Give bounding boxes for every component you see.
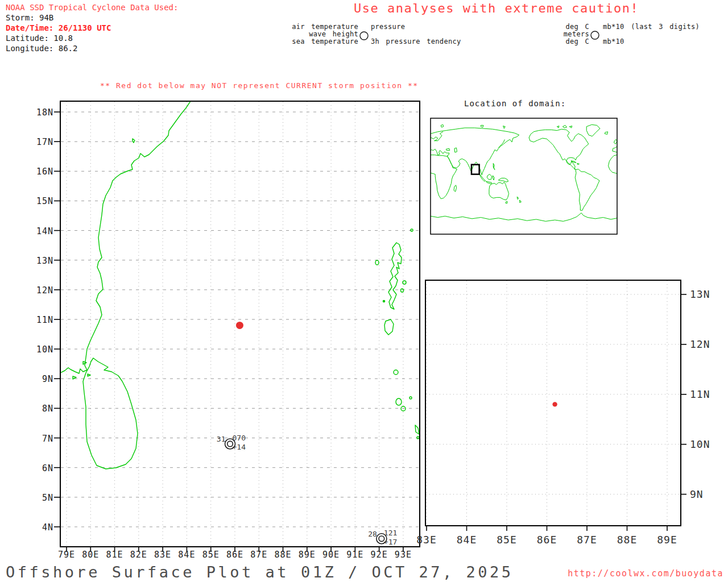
world-inset-map: [431, 124, 617, 221]
java: [486, 181, 491, 184]
main-map-lat-label: 18N: [31, 107, 53, 118]
islet: [401, 289, 404, 292]
storm-position-note: ** Red dot below may NOT represent CURRE…: [100, 81, 419, 90]
datetime-line: Date/Time: 26/1130 UTC: [6, 23, 111, 33]
zoom-map-lon-label: 89E: [652, 534, 682, 546]
andaman-islands: [388, 243, 402, 309]
black-sea: [446, 148, 449, 150]
main-map-lon-label: 86E: [223, 550, 247, 560]
units-pressure: mb*10 (last 3 digits): [603, 23, 700, 31]
station-plots: [225, 439, 387, 544]
nicobar-island: [396, 398, 402, 405]
main-map-lon-label: 87E: [247, 550, 271, 560]
coast-islet: [133, 139, 135, 143]
zoom-map-lon-label: 83E: [411, 534, 442, 546]
source-url: http://coolwx.com/buoydata: [568, 568, 723, 579]
caution-headline: Use analyses with extreme caution!: [354, 1, 639, 15]
main-map-lat-label: 6N: [31, 463, 53, 473]
little-andaman-island: [384, 319, 394, 335]
main-map-lat-label: 15N: [31, 196, 53, 206]
islet: [383, 300, 384, 302]
main-map-lat-label: 14N: [31, 226, 53, 236]
philippines: [493, 163, 495, 169]
legend-sea-temperature: sea temperature: [233, 38, 358, 45]
main-map-coastlines: [60, 101, 419, 469]
main-map-lat-label: 9N: [31, 374, 53, 384]
new-guinea: [498, 178, 508, 182]
main-map-lat-label: 4N: [31, 522, 53, 533]
main-map-lat-label: 10N: [31, 344, 53, 355]
inset-title: Location of domain:: [464, 99, 566, 108]
main-map-lat-label: 11N: [31, 315, 53, 325]
main-map-lat-label: 7N: [31, 434, 53, 444]
longitude-line: Longitude: 86.2: [6, 43, 77, 53]
zoom-map-lat-label: 9N: [690, 488, 704, 500]
madagascar: [454, 185, 457, 192]
main-map-lon-label: 85E: [199, 550, 223, 560]
offshore-surface-plot-page: NOAA SSD Tropical Cyclone Data Used: Sto…: [0, 0, 728, 582]
main-map-lon-label: 92E: [367, 550, 391, 560]
world-coastlines: [431, 124, 617, 221]
arctic-islands: [441, 124, 572, 128]
sulawesi: [493, 176, 494, 180]
main-map-lon-label: 84E: [175, 550, 198, 560]
tasmania: [506, 201, 507, 203]
nicobar-island: [415, 425, 419, 434]
africa-coastline: [431, 155, 457, 199]
zoom-map-lon-label: 87E: [572, 534, 602, 546]
plot-title: Offshore Surface Plot at 01Z / OCT 27, 2…: [6, 563, 513, 581]
inset-map-border: [431, 118, 617, 234]
sri-lanka-coastline: [83, 358, 138, 469]
british-isles: [614, 139, 617, 144]
zoom-map-lat-label: 10N: [690, 438, 710, 450]
station-pressure: 070: [233, 434, 246, 442]
main-map-lat-label: 8N: [31, 404, 53, 414]
borneo: [487, 174, 491, 180]
zoom-map-lon-label: 85E: [491, 534, 522, 546]
main-map-lon-label: 93E: [391, 550, 415, 560]
station-pressure: 121: [384, 529, 397, 537]
car-nicobar-island: [394, 370, 398, 375]
station-pressure-tendency: +14: [233, 443, 246, 451]
units-sea-temperature: deg C: [521, 38, 589, 45]
eurasia-coastline: [431, 128, 519, 175]
iberia: [613, 147, 617, 152]
legend-pressure: pressure: [371, 23, 405, 31]
iceland: [605, 132, 607, 135]
station-circle-icon: [360, 32, 368, 40]
islet: [417, 436, 419, 439]
storm-position-dots: [236, 322, 557, 407]
storm-id-line: Storm: 94B: [6, 13, 53, 23]
islet: [375, 260, 379, 265]
domain-location-box: [471, 165, 479, 174]
greenland: [586, 124, 600, 136]
main-map-lon-label: 80E: [78, 550, 102, 560]
main-map-lat-label: 16N: [31, 167, 53, 177]
hispaniola: [577, 163, 580, 164]
india-coastline: [60, 101, 191, 373]
zoom-map-lat-label: 11N: [690, 388, 710, 400]
zoom-map-lat-label: 12N: [690, 338, 710, 350]
antarctica-coastline: [431, 213, 617, 222]
australia-coastline: [489, 182, 509, 200]
islet: [411, 229, 413, 231]
station-pressure-tendency: +17: [384, 538, 397, 546]
zoom-map-lat-label: 13N: [690, 288, 710, 300]
main-map-lat-label: 17N: [31, 137, 53, 147]
islet: [410, 397, 412, 399]
storm-dot-zoom: [552, 402, 557, 406]
main-map-lon-label: 88E: [271, 550, 295, 560]
main-map-lon-label: 79E: [55, 550, 78, 560]
axis-ticks: [54, 112, 686, 552]
sumatra: [480, 174, 486, 181]
americas-coastline: [529, 129, 599, 210]
legend-pressure-tendency: 3h pressure tendency: [371, 38, 461, 45]
zoom-map-lon-label: 86E: [532, 534, 562, 546]
west-africa: [609, 155, 617, 174]
station-air-temp: 31: [203, 435, 226, 443]
new-zealand: [517, 197, 521, 202]
station-air-temp: 28: [354, 530, 377, 538]
main-map-lat-label: 5N: [31, 493, 53, 503]
main-map-lon-label: 83E: [151, 550, 175, 560]
data-source-line: NOAA SSD Tropical Cyclone Data Used:: [6, 2, 178, 13]
